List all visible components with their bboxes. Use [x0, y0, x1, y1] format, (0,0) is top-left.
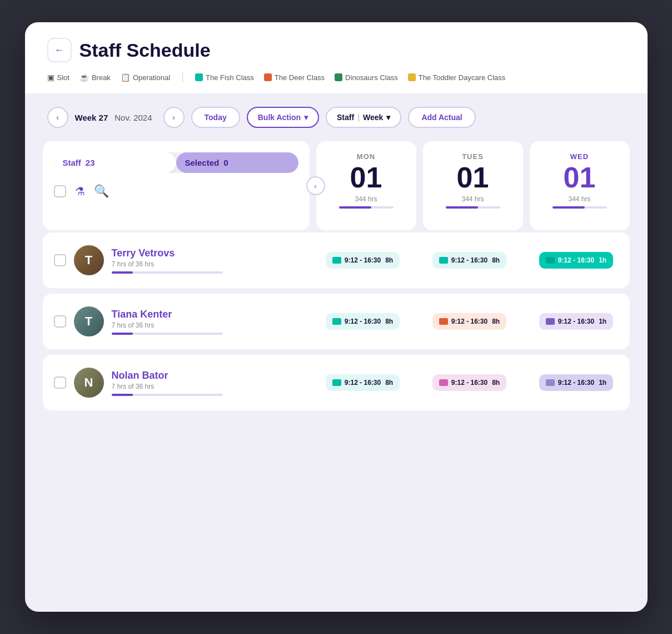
shift-cell-tiana-tues[interactable]: 9:12 - 16:30 8h [416, 313, 523, 330]
shift-hrs: 1h [599, 379, 606, 387]
shift-badge: 9:12 - 16:30 8h [326, 374, 400, 391]
day-hours-tues: 344 hrs [461, 195, 484, 203]
row-checkbox-tiana[interactable] [54, 315, 66, 328]
search-icon[interactable]: 🔍 [94, 184, 109, 199]
table-row: T Terry Vetrovs 7 hrs of 36 hrs 9:12 - 1… [43, 232, 630, 288]
staff-week-button[interactable]: Staff | Week ▾ [326, 107, 401, 128]
day-number-mon: 01 [350, 163, 382, 192]
slot-icon [546, 318, 555, 325]
row-checkbox-nolan[interactable] [54, 377, 66, 389]
shift-hrs: 8h [492, 318, 500, 325]
toolbar: ‹ Week 27 Nov. 2024 › Today Bulk Action … [25, 93, 648, 141]
slot-icon [439, 379, 448, 386]
staff-details-tiana: Tiana Kenter 7 hrs of 36 hrs [112, 309, 298, 335]
select-all-checkbox[interactable] [54, 185, 66, 197]
shift-time: 9:12 - 16:30 [451, 379, 487, 387]
shift-cell-tiana-mon[interactable]: 9:12 - 16:30 8h [310, 313, 416, 330]
legend-operational: 📋 Operational [121, 73, 170, 82]
shift-badge: 9:12 - 16:30 8h [326, 313, 400, 330]
app-container: ← Staff Schedule ▣ Slot ☕ Break 📋 Operat… [25, 22, 648, 612]
shift-cell-nolan-wed[interactable]: 9:12 - 16:30 1h [523, 374, 630, 391]
shift-badge: 9:12 - 16:30 8h [432, 313, 506, 330]
staff-count: 23 [86, 158, 95, 167]
schedule-grid: Staff 23 Selected 0 ⚗ 🔍 ‹ MON [43, 141, 630, 230]
day-card-tues: TUES 01 344 hrs [423, 141, 523, 230]
filter-icon[interactable]: ⚗ [75, 185, 85, 198]
prev-day-button[interactable]: ‹ [306, 176, 325, 195]
today-button[interactable]: Today [191, 107, 240, 128]
shift-cell-terry-wed[interactable]: 9:12 - 16:30 1h [523, 252, 630, 269]
legend-break: ☕ Break [79, 73, 111, 82]
main-content: Staff 23 Selected 0 ⚗ 🔍 ‹ MON [25, 141, 648, 434]
table-row: N Nolan Bator 7 hrs of 36 hrs 9:12 - 16:… [43, 355, 630, 410]
legend-fish-class-label: The Fish Class [206, 73, 254, 82]
shift-cell-nolan-tues[interactable]: 9:12 - 16:30 8h [416, 374, 523, 391]
date-label: Nov. 2024 [115, 113, 152, 122]
table-row: T Tiana Kenter 7 hrs of 36 hrs 9:12 - 16… [43, 294, 630, 349]
shift-badge: 9:12 - 16:30 8h [432, 252, 506, 269]
shift-badge: 9:12 - 16:30 8h [432, 374, 506, 391]
legend-deer-class: The Deer Class [264, 73, 325, 82]
staff-name-nolan: Nolan Bator [112, 370, 298, 382]
shift-hrs: 8h [492, 256, 500, 264]
shift-badge: 9:12 - 16:30 8h [326, 252, 400, 269]
shift-badge-active: 9:12 - 16:30 1h [539, 252, 613, 269]
shift-time: 9:12 - 16:30 [451, 318, 487, 325]
legend-fish-class: The Fish Class [195, 73, 254, 82]
shift-cell-terry-tues[interactable]: 9:12 - 16:30 8h [416, 252, 523, 269]
day-bar-wed [552, 206, 607, 209]
shift-cell-nolan-mon[interactable]: 9:12 - 16:30 8h [310, 374, 416, 391]
add-actual-button[interactable]: Add Actual [408, 107, 475, 128]
shift-hrs: 8h [385, 379, 393, 387]
shift-badge: 9:12 - 16:30 1h [539, 374, 613, 391]
shift-time: 9:12 - 16:30 [558, 256, 594, 264]
day-label-mon: MON [357, 152, 375, 161]
shift-hrs: 8h [492, 379, 500, 387]
staff-progress-fill-nolan [112, 394, 133, 396]
day-bar-fill-wed [552, 206, 585, 209]
day-label-tues: TUES [462, 152, 484, 161]
prev-week-button[interactable]: ‹ [47, 107, 68, 128]
day-bar-tues [446, 206, 500, 209]
shift-time: 9:12 - 16:30 [345, 379, 381, 387]
bulk-action-button[interactable]: Bulk Action ▾ [247, 107, 319, 128]
legend: ▣ Slot ☕ Break 📋 Operational The Fish Cl… [47, 72, 625, 82]
avatar-tiana: T [74, 306, 104, 336]
divider-vert: | [357, 113, 360, 122]
shift-time: 9:12 - 16:30 [558, 379, 594, 387]
next-week-button[interactable]: › [163, 107, 185, 128]
staff-rows: T Terry Vetrovs 7 hrs of 36 hrs 9:12 - 1… [43, 232, 630, 416]
staff-progress-nolan [112, 394, 223, 396]
staff-tabs: Staff 23 Selected 0 [54, 152, 298, 173]
staff-label: Staff [337, 113, 354, 122]
shift-cell-terry-mon[interactable]: 9:12 - 16:30 8h [310, 252, 416, 269]
shift-hrs: 1h [599, 318, 606, 325]
shift-time: 9:12 - 16:30 [451, 256, 487, 264]
selected-tab-label: Selected [185, 158, 220, 167]
legend-slot: ▣ Slot [47, 73, 69, 82]
staff-tab-label: Staff [63, 158, 81, 167]
legend-operational-label: Operational [133, 73, 170, 82]
selected-tab[interactable]: Selected 0 [176, 152, 298, 173]
day-bar-fill-tues [446, 206, 479, 209]
staff-details-nolan: Nolan Bator 7 hrs of 36 hrs [112, 370, 298, 396]
page-title: Staff Schedule [79, 39, 211, 61]
shift-badge: 9:12 - 16:30 1h [539, 313, 613, 330]
week-view-label: Week [363, 113, 383, 122]
staff-info-tiana: T Tiana Kenter 7 hrs of 36 hrs [43, 306, 310, 336]
row-checkbox-terry[interactable] [54, 254, 66, 266]
day-number-tues: 01 [457, 163, 489, 192]
staff-info-nolan: N Nolan Bator 7 hrs of 36 hrs [43, 368, 310, 398]
avatar-nolan: N [74, 368, 104, 398]
back-button[interactable]: ← [47, 38, 72, 62]
day-hours-wed: 344 hrs [568, 195, 590, 203]
legend-dinosaurs-class: Dinosaurs Class [335, 73, 398, 82]
staff-progress-fill-terry [112, 271, 133, 274]
staff-name-tiana: Tiana Kenter [112, 309, 298, 320]
legend-slot-label: Slot [57, 73, 69, 82]
shift-cell-tiana-wed[interactable]: 9:12 - 16:30 1h [523, 313, 630, 330]
legend-break-label: Break [92, 73, 111, 82]
staff-progress-tiana [112, 333, 223, 335]
day-hours-mon: 344 hrs [355, 195, 377, 203]
staff-tab[interactable]: Staff 23 [54, 152, 176, 173]
